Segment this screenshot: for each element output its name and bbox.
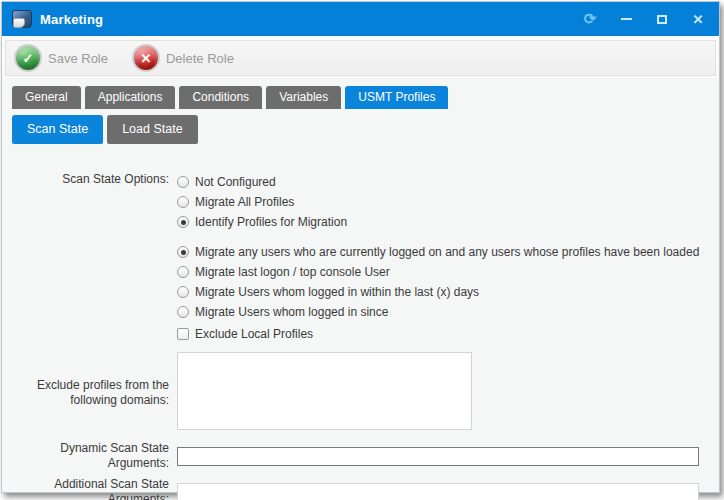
save-check-icon: ✓ — [16, 46, 40, 70]
marketing-dialog-window: Marketing ⟳ ✕ ✓ Save Role ✕ Delete Role … — [1, 1, 720, 493]
radio-identify-profiles[interactable]: Identify Profiles for Migration — [177, 212, 701, 232]
scan-state-options-label: Scan State Options: — [2, 172, 177, 344]
maximize-icon — [657, 15, 667, 24]
save-role-button[interactable]: ✓ Save Role — [16, 46, 108, 70]
save-role-label: Save Role — [48, 51, 108, 66]
radio-label: Migrate last logon / top console User — [195, 265, 390, 279]
radio-migrate-all-profiles[interactable]: Migrate All Profiles — [177, 192, 701, 212]
radio-migrate-logged-in-since[interactable]: Migrate Users whom logged in since — [177, 302, 701, 322]
toolbar-zone: ✓ Save Role ✕ Delete Role — [2, 36, 719, 78]
window-title: Marketing — [40, 12, 103, 27]
radio-migrate-logged-on-users[interactable]: Migrate any users who are currently logg… — [177, 242, 701, 262]
titlebar: Marketing ⟳ ✕ — [2, 2, 719, 36]
sub-tab-bar: Scan State Load State — [2, 109, 719, 144]
radio-label: Migrate Users whom logged in since — [195, 305, 388, 319]
close-button[interactable]: ✕ — [687, 8, 709, 30]
radio-label: Identify Profiles for Migration — [195, 215, 347, 229]
delete-role-button[interactable]: ✕ Delete Role — [134, 46, 234, 70]
refresh-icon[interactable]: ⟳ — [579, 8, 601, 30]
tab-general[interactable]: General — [12, 86, 81, 109]
radio-label: Not Configured — [195, 175, 276, 189]
delete-role-label: Delete Role — [166, 51, 234, 66]
scan-state-form: Scan State Options: Not Configured Migra… — [2, 144, 719, 500]
minimize-button[interactable] — [615, 8, 637, 30]
radio-icon — [177, 196, 189, 208]
main-tab-bar: General Applications Conditions Variable… — [2, 78, 719, 109]
maximize-button[interactable] — [651, 8, 673, 30]
tab-applications[interactable]: Applications — [85, 86, 176, 109]
tab-conditions[interactable]: Conditions — [179, 86, 262, 109]
radio-not-configured[interactable]: Not Configured — [177, 172, 701, 192]
radio-icon — [177, 176, 189, 188]
dynamic-args-label: Dynamic Scan State Arguments: — [2, 441, 177, 471]
additional-args-input[interactable] — [177, 483, 699, 500]
radio-migrate-last-x-days[interactable]: Migrate Users whom logged in within the … — [177, 282, 701, 302]
additional-args-label: Additional Scan State Arguments: — [2, 477, 177, 500]
radio-icon — [177, 306, 189, 318]
radio-icon — [177, 216, 189, 228]
subtab-scan-state[interactable]: Scan State — [12, 115, 103, 144]
checkbox-label: Exclude Local Profiles — [195, 327, 313, 341]
app-icon — [12, 10, 32, 28]
checkbox-exclude-local-profiles[interactable]: Exclude Local Profiles — [177, 324, 701, 344]
exclude-domains-label: Exclude profiles from the following doma… — [2, 378, 177, 408]
minimize-icon — [621, 18, 632, 20]
radio-migrate-last-logon[interactable]: Migrate last logon / top console User — [177, 262, 701, 282]
subtab-load-state[interactable]: Load State — [107, 115, 197, 144]
dynamic-args-input[interactable] — [177, 447, 699, 466]
exclude-domains-textarea[interactable] — [177, 352, 472, 430]
tab-variables[interactable]: Variables — [266, 86, 341, 109]
toolbar: ✓ Save Role ✕ Delete Role — [5, 40, 716, 76]
radio-label: Migrate any users who are currently logg… — [195, 245, 699, 259]
radio-icon — [177, 246, 189, 258]
delete-x-icon: ✕ — [134, 46, 158, 70]
radio-label: Migrate All Profiles — [195, 195, 294, 209]
radio-icon — [177, 286, 189, 298]
checkbox-icon — [177, 328, 189, 340]
radio-label: Migrate Users whom logged in within the … — [195, 285, 479, 299]
tab-usmt-profiles[interactable]: USMT Profiles — [345, 86, 448, 109]
radio-icon — [177, 266, 189, 278]
